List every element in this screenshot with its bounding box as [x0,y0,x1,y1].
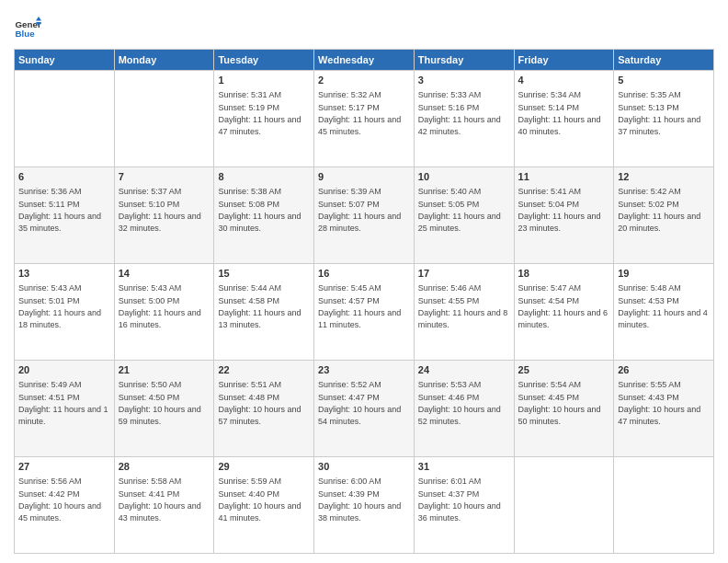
calendar-cell: 10Sunrise: 5:40 AMSunset: 5:05 PMDayligh… [414,167,514,264]
calendar-week-5: 27Sunrise: 5:56 AMSunset: 4:42 PMDayligh… [15,457,714,554]
day-info: Sunrise: 5:38 AMSunset: 5:08 PMDaylight:… [218,187,301,233]
weekday-sunday: Sunday [15,50,115,71]
calendar-cell: 22Sunrise: 5:51 AMSunset: 4:48 PMDayligh… [214,361,314,457]
weekday-monday: Monday [114,50,214,71]
day-info: Sunrise: 5:35 AMSunset: 5:13 PMDaylight:… [618,90,700,136]
day-number: 18 [518,267,610,281]
calendar-cell: 19Sunrise: 5:48 AMSunset: 4:53 PMDayligh… [614,264,714,361]
day-info: Sunrise: 5:31 AMSunset: 5:19 PMDaylight:… [218,90,301,136]
calendar-cell: 5Sunrise: 5:35 AMSunset: 5:13 PMDaylight… [614,71,714,167]
calendar-cell: 8Sunrise: 5:38 AMSunset: 5:08 PMDaylight… [214,167,314,264]
calendar-cell [514,457,614,554]
calendar-cell [614,457,714,554]
day-number: 28 [119,460,210,474]
day-info: Sunrise: 5:52 AMSunset: 4:47 PMDaylight:… [318,380,401,426]
calendar-cell: 24Sunrise: 5:53 AMSunset: 4:46 PMDayligh… [414,361,514,457]
day-info: Sunrise: 5:55 AMSunset: 4:43 PMDaylight:… [618,380,700,426]
calendar-cell: 27Sunrise: 5:56 AMSunset: 4:42 PMDayligh… [15,457,115,554]
day-number: 12 [618,170,710,184]
day-number: 3 [418,74,510,87]
calendar-cell: 11Sunrise: 5:41 AMSunset: 5:04 PMDayligh… [514,167,614,264]
day-number: 11 [518,170,610,184]
weekday-thursday: Thursday [414,50,514,71]
calendar-cell: 2Sunrise: 5:32 AMSunset: 5:17 PMDaylight… [314,71,415,167]
calendar-cell: 6Sunrise: 5:36 AMSunset: 5:11 PMDaylight… [15,167,115,264]
day-info: Sunrise: 5:41 AMSunset: 5:04 PMDaylight:… [518,187,601,233]
weekday-wednesday: Wednesday [314,50,415,71]
calendar-cell [114,71,214,167]
day-number: 13 [18,267,110,281]
day-info: Sunrise: 5:40 AMSunset: 5:05 PMDaylight:… [418,187,501,233]
calendar-cell: 3Sunrise: 5:33 AMSunset: 5:16 PMDaylight… [414,71,514,167]
weekday-tuesday: Tuesday [214,50,314,71]
calendar-cell: 1Sunrise: 5:31 AMSunset: 5:19 PMDaylight… [214,71,314,167]
day-info: Sunrise: 5:43 AMSunset: 5:00 PMDaylight:… [119,283,201,329]
calendar-table: SundayMondayTuesdayWednesdayThursdayFrid… [14,49,714,554]
day-number: 21 [119,363,210,377]
calendar-cell: 14Sunrise: 5:43 AMSunset: 5:00 PMDayligh… [114,264,214,361]
day-number: 10 [418,170,510,184]
day-number: 29 [218,460,310,474]
day-number: 4 [518,74,610,87]
day-info: Sunrise: 5:36 AMSunset: 5:11 PMDaylight:… [18,187,101,233]
day-info: Sunrise: 6:00 AMSunset: 4:39 PMDaylight:… [318,477,401,523]
calendar-cell: 30Sunrise: 6:00 AMSunset: 4:39 PMDayligh… [314,457,415,554]
calendar-cell: 7Sunrise: 5:37 AMSunset: 5:10 PMDaylight… [114,167,214,264]
day-number: 5 [618,74,710,87]
calendar-cell [15,71,115,167]
day-number: 23 [318,363,410,377]
day-number: 14 [119,267,210,281]
day-number: 9 [318,170,410,184]
calendar-cell: 4Sunrise: 5:34 AMSunset: 5:14 PMDaylight… [514,71,614,167]
day-number: 25 [518,363,610,377]
day-number: 1 [218,74,310,87]
day-number: 19 [618,267,710,281]
day-number: 30 [318,460,410,474]
day-info: Sunrise: 5:56 AMSunset: 4:42 PMDaylight:… [18,477,101,523]
calendar-cell: 31Sunrise: 6:01 AMSunset: 4:37 PMDayligh… [414,457,514,554]
day-info: Sunrise: 5:33 AMSunset: 5:16 PMDaylight:… [418,90,501,136]
day-info: Sunrise: 6:01 AMSunset: 4:37 PMDaylight:… [418,477,501,523]
day-info: Sunrise: 5:32 AMSunset: 5:17 PMDaylight:… [318,90,401,136]
calendar-week-1: 1Sunrise: 5:31 AMSunset: 5:19 PMDaylight… [15,71,714,167]
day-info: Sunrise: 5:37 AMSunset: 5:10 PMDaylight:… [119,187,201,233]
header: General Blue [14,14,714,41]
day-info: Sunrise: 5:34 AMSunset: 5:14 PMDaylight:… [518,90,601,136]
calendar-cell: 15Sunrise: 5:44 AMSunset: 4:58 PMDayligh… [214,264,314,361]
day-info: Sunrise: 5:42 AMSunset: 5:02 PMDaylight:… [618,187,700,233]
calendar-cell: 21Sunrise: 5:50 AMSunset: 4:50 PMDayligh… [114,361,214,457]
day-info: Sunrise: 5:47 AMSunset: 4:54 PMDaylight:… [518,283,609,329]
svg-marker-2 [36,17,41,21]
day-info: Sunrise: 5:44 AMSunset: 4:58 PMDaylight:… [218,283,301,329]
day-number: 7 [119,170,210,184]
calendar-cell: 26Sunrise: 5:55 AMSunset: 4:43 PMDayligh… [614,361,714,457]
day-info: Sunrise: 5:45 AMSunset: 4:57 PMDaylight:… [318,283,401,329]
calendar-week-3: 13Sunrise: 5:43 AMSunset: 5:01 PMDayligh… [15,264,714,361]
day-info: Sunrise: 5:48 AMSunset: 4:53 PMDaylight:… [618,283,708,329]
day-number: 15 [218,267,310,281]
day-number: 24 [418,363,510,377]
day-number: 2 [318,74,410,87]
day-number: 17 [418,267,510,281]
calendar-cell: 28Sunrise: 5:58 AMSunset: 4:41 PMDayligh… [114,457,214,554]
weekday-friday: Friday [514,50,614,71]
calendar-cell: 17Sunrise: 5:46 AMSunset: 4:55 PMDayligh… [414,264,514,361]
day-number: 8 [218,170,310,184]
calendar-cell: 25Sunrise: 5:54 AMSunset: 4:45 PMDayligh… [514,361,614,457]
day-info: Sunrise: 5:43 AMSunset: 5:01 PMDaylight:… [18,283,101,329]
calendar-cell: 13Sunrise: 5:43 AMSunset: 5:01 PMDayligh… [15,264,115,361]
calendar-cell: 20Sunrise: 5:49 AMSunset: 4:51 PMDayligh… [15,361,115,457]
calendar-cell: 16Sunrise: 5:45 AMSunset: 4:57 PMDayligh… [314,264,415,361]
weekday-header-row: SundayMondayTuesdayWednesdayThursdayFrid… [15,50,714,71]
calendar-cell: 18Sunrise: 5:47 AMSunset: 4:54 PMDayligh… [514,264,614,361]
day-number: 6 [18,170,110,184]
day-number: 26 [618,363,710,377]
calendar-cell: 9Sunrise: 5:39 AMSunset: 5:07 PMDaylight… [314,167,415,264]
day-info: Sunrise: 5:46 AMSunset: 4:55 PMDaylight:… [418,283,508,329]
weekday-saturday: Saturday [614,50,714,71]
day-number: 20 [18,363,110,377]
day-info: Sunrise: 5:59 AMSunset: 4:40 PMDaylight:… [218,477,301,523]
calendar-week-2: 6Sunrise: 5:36 AMSunset: 5:11 PMDaylight… [15,167,714,264]
day-info: Sunrise: 5:54 AMSunset: 4:45 PMDaylight:… [518,380,601,426]
day-info: Sunrise: 5:53 AMSunset: 4:46 PMDaylight:… [418,380,501,426]
